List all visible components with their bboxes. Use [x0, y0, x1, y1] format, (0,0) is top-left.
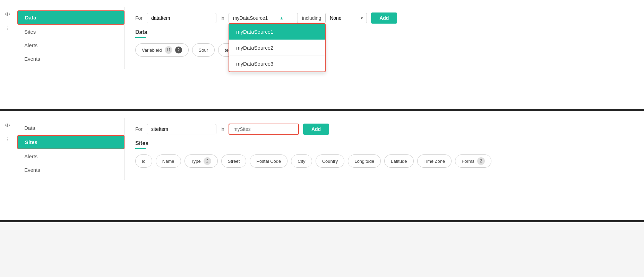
section-title-panel2: Sites: [135, 140, 634, 146]
sidebar-item-events-panel1[interactable]: Events: [17, 52, 124, 65]
sidebar-item-data-panel2[interactable]: Data: [17, 121, 124, 134]
section-underline-panel1: [135, 37, 146, 38]
field-chip-postal-code: Postal Code: [250, 154, 287, 168]
sidebar-panel2: 👁 ⋮ Data Sites Alerts Events: [0, 118, 125, 180]
main-content-panel2: For in Add Sites Id Name Type 2 Street P…: [125, 118, 644, 173]
sidebar-icons-panel2: 👁 ⋮: [3, 121, 12, 143]
field-label-street: Street: [228, 159, 240, 164]
dropdown-arrow-icon: ▲: [280, 16, 284, 20]
in-label-panel1: in: [221, 15, 224, 21]
field-label-id: Id: [142, 159, 146, 164]
field-label-city: City: [298, 159, 305, 164]
field-label-timezone: Time Zone: [424, 159, 445, 164]
panel-data: 👁 ⋮ Data Sites Alerts Events For in myDa…: [0, 0, 644, 111]
field-badge-type: 2: [204, 157, 211, 165]
sidebar-item-alerts-panel1[interactable]: Alerts: [17, 39, 124, 52]
eye-icon-panel1[interactable]: 👁: [3, 10, 12, 19]
sidebar-item-events-panel2[interactable]: Events: [17, 163, 124, 176]
sidebar-item-alerts-panel2[interactable]: Alerts: [17, 150, 124, 163]
more-icon-panel1[interactable]: ⋮: [3, 24, 12, 32]
section-underline-panel2: [135, 148, 146, 149]
field-chip-id: Id: [135, 154, 152, 168]
main-content-panel1: For in myDataSource1 ▲ myDataSource1 myD…: [125, 7, 644, 62]
in-dropdown-wrapper-panel1: myDataSource1 ▲ myDataSource1 myDataSour…: [229, 13, 298, 23]
sidebar-item-data-panel1[interactable]: Data: [17, 10, 124, 25]
field-label-variableid: VariableId: [142, 48, 162, 53]
field-chip-forms: Forms 2: [455, 154, 491, 168]
field-chip-latitude: Latitude: [384, 154, 413, 168]
field-chip-source: Sour: [192, 43, 215, 57]
field-label-country: Country: [322, 159, 338, 164]
in-input-panel2[interactable]: [229, 124, 299, 135]
field-label-te: te: [225, 48, 229, 53]
datasource-dropdown-panel1: myDataSource1 myDataSource2 myDataSource…: [229, 23, 326, 72]
for-input-panel1[interactable]: [147, 13, 216, 23]
field-chip-longitude: Longitude: [348, 154, 381, 168]
in-dropdown-trigger-panel1[interactable]: myDataSource1 ▲: [229, 13, 298, 23]
sidebar-panel1: 👁 ⋮ Data Sites Alerts Events: [0, 7, 125, 69]
panel-sites: 👁 ⋮ Data Sites Alerts Events For in Add …: [0, 111, 644, 222]
sidebar-nav-panel2: Data Sites Alerts Events: [17, 121, 124, 176]
field-chip-country: Country: [316, 154, 345, 168]
dropdown-item-ds3[interactable]: myDataSource3: [229, 56, 325, 72]
sidebar-nav-panel1: Data Sites Alerts Events: [17, 10, 124, 65]
for-row-panel2: For in Add: [135, 124, 634, 135]
none-select[interactable]: None: [325, 13, 367, 23]
sidebar-item-sites-panel1[interactable]: Sites: [17, 25, 124, 38]
none-select-wrapper: None: [325, 13, 367, 23]
field-label-forms: Forms: [462, 159, 474, 164]
for-label-panel1: For: [135, 15, 143, 21]
question-icon-variableid[interactable]: ?: [175, 47, 182, 53]
field-badge-forms: 2: [477, 157, 485, 165]
in-label-panel2: in: [221, 126, 224, 132]
in-selected-value: myDataSource1: [233, 15, 268, 21]
field-label-latitude: Latitude: [391, 159, 407, 164]
field-chip-city: City: [291, 154, 312, 168]
field-chip-timezone: Time Zone: [417, 154, 452, 168]
dropdown-item-ds1[interactable]: myDataSource1: [229, 24, 325, 40]
section-title-panel1: Data: [135, 29, 634, 35]
add-button-panel1[interactable]: Add: [371, 12, 397, 24]
for-label-panel2: For: [135, 126, 143, 132]
fields-grid-panel2: Id Name Type 2 Street Postal Code City C…: [135, 154, 634, 168]
fields-grid-panel1: VariableId 11 ? Sour te Value Unit Id 7: [135, 43, 634, 57]
for-row-panel1: For in myDataSource1 ▲ myDataSource1 myD…: [135, 12, 634, 24]
field-label-postal-code: Postal Code: [256, 159, 281, 164]
add-button-panel2[interactable]: Add: [303, 124, 329, 135]
dropdown-item-ds2[interactable]: myDataSource2: [229, 40, 325, 56]
for-input-panel2[interactable]: [147, 124, 216, 134]
field-badge-variableid: 11: [165, 46, 172, 54]
field-chip-type: Type 2: [184, 154, 218, 168]
field-label-source: Sour: [199, 48, 208, 53]
field-chip-street: Street: [221, 154, 247, 168]
including-label-panel1: including: [302, 15, 321, 21]
sidebar-icons-panel1: 👁 ⋮: [3, 10, 12, 32]
field-chip-variableid: VariableId 11 ?: [135, 43, 189, 57]
sidebar-item-sites-panel2[interactable]: Sites: [17, 135, 124, 149]
field-label-longitude: Longitude: [354, 159, 374, 164]
eye-icon-panel2[interactable]: 👁: [3, 121, 12, 130]
field-chip-name: Name: [156, 154, 181, 168]
more-icon-panel2[interactable]: ⋮: [3, 135, 12, 143]
field-label-name: Name: [162, 159, 174, 164]
field-label-type: Type: [191, 159, 201, 164]
